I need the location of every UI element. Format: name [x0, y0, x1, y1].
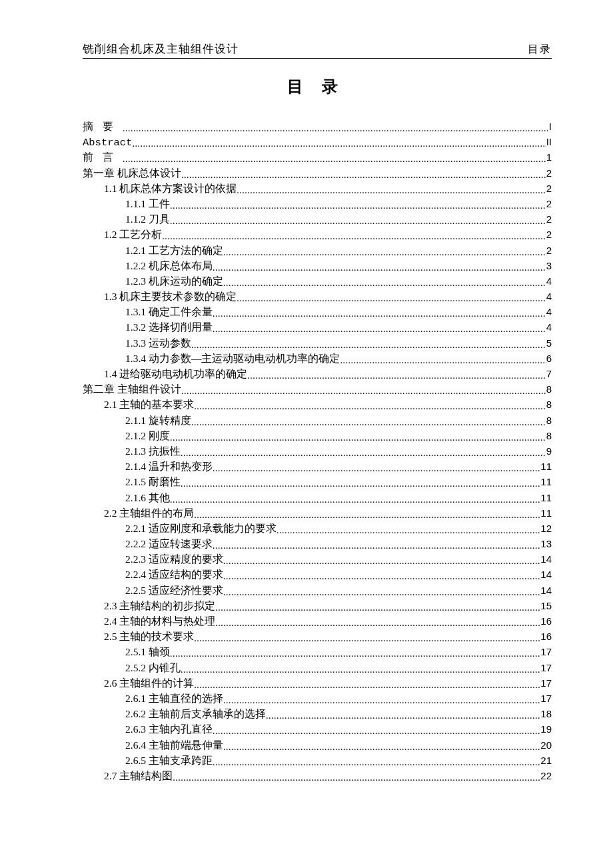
toc-entry[interactable]: 2.2.5 适应经济性要求14	[83, 583, 552, 598]
toc-entry[interactable]: 1.2.3 机床运动的确定4	[83, 273, 552, 289]
toc-label: 2.7 主轴结构图	[104, 768, 173, 783]
toc-page: 14	[540, 567, 552, 582]
toc-page: 17	[540, 675, 552, 691]
toc-entry[interactable]: 2.2.4 适应结构的要求14	[83, 567, 552, 582]
toc-entry[interactable]: 1.3.1 确定工件余量4	[83, 304, 552, 319]
toc-label: 2.6 主轴组件的计算	[104, 675, 194, 691]
toc-page: 21	[540, 753, 552, 768]
toc-entry[interactable]: 1.3.4 动力参数—主运动驱动电动机功率的确定6	[83, 351, 552, 366]
toc-label: 2.2.3 适应精度的要求	[125, 551, 223, 567]
toc-entry[interactable]: 2.6.1 主轴直径的选择17	[83, 691, 552, 706]
toc-entry[interactable]: 2.1.4 温升和热变形11	[83, 459, 552, 474]
toc-entry[interactable]: 2.6 主轴组件的计算17	[83, 675, 552, 691]
toc-page: 18	[540, 706, 552, 721]
toc-leader	[162, 229, 546, 244]
toc-entry[interactable]: 2.5 主轴的技术要求16	[83, 629, 552, 644]
toc-label: 2.2.4 适应结构的要求	[125, 567, 223, 582]
toc-label: 1.3.4 动力参数—主运动驱动电动机功率的确定	[125, 351, 340, 366]
toc-leader	[181, 167, 546, 183]
toc-entry[interactable]: 1.2.1 工艺方法的确定2	[83, 243, 552, 258]
toc-leader	[181, 476, 540, 491]
toc-page: 6	[546, 351, 552, 366]
toc-entry[interactable]: 1.3.2 选择切削用量4	[83, 319, 552, 335]
toc-entry[interactable]: 1.3 机床主要技术参数的确定4	[83, 289, 552, 304]
toc-entry[interactable]: 第二章 主轴组件设计8	[83, 381, 552, 397]
toc-page: I	[549, 119, 552, 134]
toc-leader	[223, 569, 540, 584]
toc-entry[interactable]: 2.1.5 耐磨性11	[83, 474, 552, 489]
toc-entry[interactable]: AbstractII	[83, 134, 552, 149]
toc-entry[interactable]: 1.2.2 机床总体布局3	[83, 258, 552, 273]
toc-entry[interactable]: 2.5.2 内锥孔17	[83, 660, 552, 675]
toc-label: 1.4 进给驱动电动机功率的确定	[104, 366, 247, 381]
toc-entry[interactable]: 2.1.3 抗振性9	[83, 443, 552, 459]
toc-entry[interactable]: 2.1.1 旋转精度8	[83, 413, 552, 428]
toc-label: 第二章 主轴组件设计	[83, 381, 181, 397]
toc-entry[interactable]: 2.3 主轴结构的初步拟定15	[83, 598, 552, 613]
toc-leader	[170, 198, 546, 213]
toc-entry[interactable]: 2.7 主轴结构图22	[83, 768, 552, 783]
toc-leader	[223, 245, 546, 260]
toc-page: 14	[540, 583, 552, 598]
toc-page: 14	[540, 551, 552, 567]
toc-leader	[170, 492, 540, 507]
toc-entry[interactable]: 第一章 机床总体设计2	[83, 165, 552, 181]
toc-label: Abstract	[83, 135, 132, 151]
toc-leader	[123, 121, 549, 136]
toc-leader	[223, 275, 546, 291]
toc-label: 2.2.1 适应刚度和承载能力的要求	[125, 521, 277, 536]
toc-leader	[194, 399, 546, 414]
toc-entry[interactable]: 2.1.2 刚度8	[83, 428, 552, 443]
table-of-contents: 摘要IAbstractII前言1第一章 机床总体设计21.1 机床总体方案设计的…	[83, 119, 552, 783]
toc-page: 11	[540, 459, 552, 474]
toc-label: 第一章 机床总体设计	[83, 165, 181, 181]
toc-entry[interactable]: 摘要I	[83, 119, 552, 134]
toc-entry[interactable]: 2.5.1 轴颈17	[83, 644, 552, 659]
toc-entry[interactable]: 2.6.3 主轴内孔直径19	[83, 721, 552, 737]
toc-page: 5	[546, 335, 552, 351]
toc-page: 19	[540, 721, 552, 737]
toc-entry[interactable]: 2.2.3 适应精度的要求14	[83, 551, 552, 567]
toc-entry[interactable]: 2.1.6 其他11	[83, 490, 552, 505]
toc-leader	[191, 337, 546, 353]
toc-entry[interactable]: 2.6.2 主轴前后支承轴承的选择18	[83, 706, 552, 721]
toc-entry[interactable]: 前言1	[83, 149, 552, 165]
toc-label: 2.6.2 主轴前后支承轴承的选择	[125, 706, 266, 721]
toc-leader	[223, 693, 540, 708]
toc-page: 8	[546, 428, 552, 443]
toc-page: II	[546, 134, 552, 149]
toc-leader	[223, 553, 540, 569]
toc-entry[interactable]: 2.2.1 适应刚度和承载能力的要求12	[83, 521, 552, 536]
toc-page: 4	[546, 319, 552, 335]
toc-entry[interactable]: 1.4 进给驱动电动机功率的确定7	[83, 366, 552, 381]
toc-leader	[170, 646, 540, 661]
toc-entry[interactable]: 2.6.4 主轴前端悬伸量20	[83, 737, 552, 753]
toc-leader	[194, 677, 540, 693]
toc-entry[interactable]: 2.2.2 适应转速要求13	[83, 536, 552, 551]
toc-entry[interactable]: 1.3.3 运动参数5	[83, 335, 552, 351]
toc-label: 1.1.1 工件	[125, 196, 170, 211]
toc-page: 11	[540, 505, 552, 521]
toc-label: 2.1.6 其他	[125, 490, 170, 505]
toc-entry[interactable]: 2.6.5 主轴支承跨距21	[83, 753, 552, 768]
toc-page: 13	[540, 536, 552, 551]
toc-leader	[132, 136, 546, 151]
toc-label: 1.1.2 刀具	[125, 211, 170, 227]
toc-leader	[173, 770, 540, 785]
toc-leader	[170, 213, 546, 229]
toc-page: 11	[540, 474, 552, 489]
toc-entry[interactable]: 1.2 工艺分析2	[83, 227, 552, 242]
toc-entry[interactable]: 2.1 主轴的基本要求8	[83, 397, 552, 412]
toc-page: 16	[540, 613, 552, 629]
toc-label: 2.1 主轴的基本要求	[104, 397, 194, 412]
toc-page: 2	[546, 165, 552, 181]
toc-leader	[181, 662, 540, 677]
toc-entry[interactable]: 2.2 主轴组件的布局11	[83, 505, 552, 521]
toc-leader	[277, 523, 540, 538]
toc-entry[interactable]: 2.4 主轴的材料与热处理16	[83, 613, 552, 629]
toc-leader	[223, 585, 540, 600]
toc-page: 4	[546, 304, 552, 319]
toc-entry[interactable]: 1.1.2 刀具2	[83, 211, 552, 227]
toc-entry[interactable]: 1.1 机床总体方案设计的依据2	[83, 181, 552, 196]
toc-entry[interactable]: 1.1.1 工件2	[83, 196, 552, 211]
